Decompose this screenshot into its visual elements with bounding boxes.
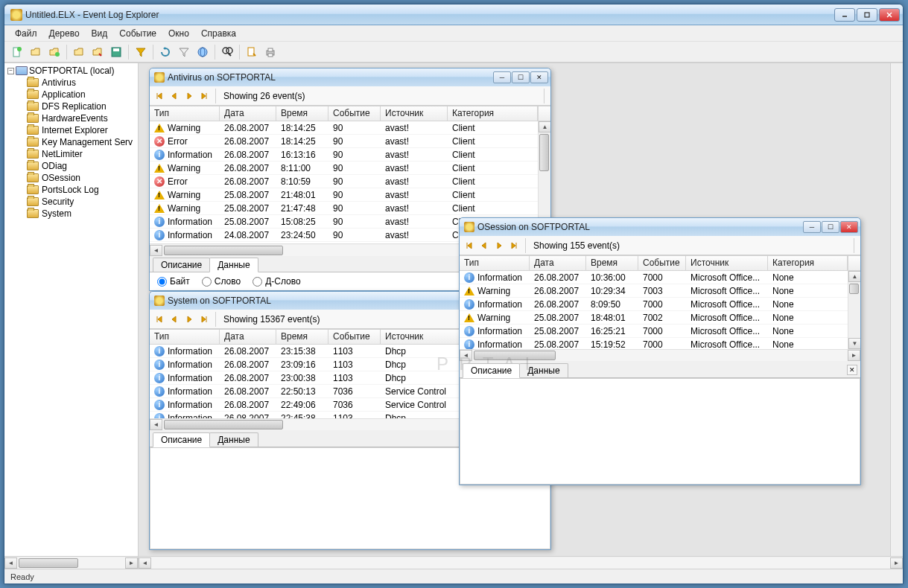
toolbar-find-icon[interactable]	[219, 44, 235, 60]
scroll-right-icon[interactable]: ►	[848, 350, 860, 361]
toolbar-refresh-icon[interactable]	[157, 44, 174, 60]
toolbar-export-icon[interactable]	[244, 44, 260, 60]
scroll-up-icon[interactable]: ▲	[848, 271, 860, 282]
table-row[interactable]: Warning26.08.200710:29:347003Microsoft O…	[460, 284, 860, 298]
toolbar-open-icon[interactable]	[28, 44, 44, 60]
tree-node[interactable]: System	[27, 208, 136, 220]
tab-close-icon[interactable]: ✕	[847, 365, 857, 375]
tree-node[interactable]: OSession	[27, 172, 136, 184]
menu-file[interactable]: Файл	[9, 27, 43, 40]
col-type[interactable]: Тип	[460, 256, 530, 270]
col-category[interactable]: Категория	[768, 256, 848, 270]
table-row[interactable]: Warning26.08.200718:14:2590avast!Client	[150, 121, 550, 135]
table-row[interactable]: iInformation26.08.200710:36:007000Micros…	[460, 271, 860, 284]
osession-titlebar[interactable]: OSession on SOFTPORTAL ─ ☐ ✕	[460, 218, 860, 236]
nav-first-icon[interactable]	[153, 313, 166, 326]
toolbar-open2-icon[interactable]	[46, 44, 63, 60]
radio-byte[interactable]: Байт	[157, 276, 190, 287]
nav-first-icon[interactable]	[463, 239, 476, 252]
col-type[interactable]: Тип	[150, 330, 220, 344]
maximize-button[interactable]	[857, 8, 877, 22]
table-row[interactable]: Warning26.08.20078:11:0090avast!Client	[150, 162, 550, 175]
nav-prev-icon[interactable]	[168, 89, 181, 103]
scroll-left-icon[interactable]: ◄	[150, 419, 162, 430]
tree-collapse-icon[interactable]: −	[7, 68, 14, 74]
tree-node[interactable]: Antivirus	[27, 77, 136, 89]
tree-node[interactable]: DFS Replication	[27, 100, 136, 112]
child-maximize-button[interactable]: ☐	[822, 221, 839, 233]
table-row[interactable]: iInformation25.08.200715:19:527000Micros…	[460, 338, 860, 349]
toolbar-folder2-icon[interactable]	[89, 44, 106, 60]
tab-data[interactable]: Данные	[209, 258, 258, 272]
menu-tree[interactable]: Дерево	[43, 27, 86, 40]
menu-view[interactable]: Вид	[86, 27, 114, 40]
nav-first-icon[interactable]	[153, 89, 166, 103]
table-row[interactable]: iInformation26.08.200716:13:1690avast!Cl…	[150, 148, 550, 162]
nav-last-icon[interactable]	[197, 313, 211, 326]
scroll-thumb[interactable]	[164, 246, 283, 255]
table-row[interactable]: Warning25.08.200721:47:4890avast!Client	[150, 202, 550, 215]
col-date[interactable]: Дата	[220, 330, 276, 344]
table-row[interactable]: Warning25.08.200721:48:0190avast!Client	[150, 188, 550, 202]
scroll-up-icon[interactable]: ▲	[539, 121, 550, 132]
col-type[interactable]: Тип	[150, 106, 220, 121]
tree-node[interactable]: Security	[27, 196, 136, 208]
nav-prev-icon[interactable]	[168, 313, 181, 326]
tree-node[interactable]: NetLimiter	[27, 148, 136, 160]
nav-next-icon[interactable]	[492, 239, 506, 252]
main-titlebar[interactable]: Untitled.ELX - Event Log Explorer	[4, 4, 903, 25]
scroll-left-icon[interactable]: ◄	[460, 350, 472, 361]
child-close-button[interactable]: ✕	[840, 221, 858, 233]
minimize-button[interactable]	[834, 8, 855, 22]
col-event[interactable]: Событие	[328, 106, 381, 121]
col-source[interactable]: Источник	[686, 256, 768, 270]
tree-node[interactable]: ODiag	[27, 160, 136, 172]
antivirus-titlebar[interactable]: Antivirus on SOFTPORTAL ─ ☐ ✕	[150, 68, 550, 86]
scroll-thumb[interactable]	[164, 420, 283, 429]
child-minimize-button[interactable]: ─	[803, 221, 821, 233]
child-minimize-button[interactable]: ─	[493, 71, 511, 83]
menu-window[interactable]: Окно	[162, 27, 195, 40]
scroll-left-icon[interactable]: ◄	[139, 557, 151, 569]
col-time[interactable]: Время	[586, 256, 638, 270]
scroll-thumb[interactable]	[474, 351, 556, 360]
tab-description[interactable]: Описание	[153, 432, 210, 447]
table-row[interactable]: iInformation26.08.20078:09:507000Microso…	[460, 298, 860, 311]
tree-hscrollbar[interactable]: ◄ ►	[4, 556, 138, 569]
nav-next-icon[interactable]	[182, 89, 196, 103]
toolbar-new-icon[interactable]	[9, 44, 25, 60]
scroll-down-icon[interactable]: ▼	[848, 338, 860, 349]
tab-data[interactable]: Данные	[209, 432, 258, 447]
nav-last-icon[interactable]	[197, 89, 211, 103]
tab-data[interactable]: Данные	[519, 363, 568, 377]
nav-next-icon[interactable]	[182, 313, 196, 326]
tree-node[interactable]: HardwareEvents	[27, 112, 136, 124]
tree-node[interactable]: PortsLock Log	[27, 184, 136, 196]
menu-help[interactable]: Справка	[195, 27, 242, 40]
toolbar-filter-icon[interactable]	[133, 44, 149, 60]
tree-root[interactable]: − SOFTPORTAL (local)	[6, 65, 136, 77]
tab-description[interactable]: Описание	[153, 258, 210, 272]
toolbar-folder-icon[interactable]	[71, 44, 87, 60]
grid-vscrollbar[interactable]: ▲ ▼	[848, 271, 860, 349]
child-maximize-button[interactable]: ☐	[512, 71, 530, 83]
scroll-left-icon[interactable]: ◄	[4, 557, 17, 569]
col-category[interactable]: Категория	[448, 106, 538, 121]
toolbar-save-icon[interactable]	[108, 44, 124, 60]
col-date[interactable]: Дата	[220, 106, 276, 121]
table-row[interactable]: ✕Error26.08.20078:10:5990avast!Client	[150, 175, 550, 188]
col-time[interactable]: Время	[276, 330, 328, 344]
scroll-left-icon[interactable]: ◄	[150, 245, 162, 256]
mdi-hscrollbar[interactable]: ◄ ►	[139, 556, 903, 569]
tree-node[interactable]: Internet Explorer	[27, 124, 136, 136]
nav-last-icon[interactable]	[507, 239, 521, 252]
mdi-vscrollbar[interactable]	[890, 63, 903, 556]
scroll-thumb[interactable]	[539, 134, 549, 171]
table-row[interactable]: iInformation25.08.200716:25:217000Micros…	[460, 325, 860, 338]
radio-word[interactable]: Слово	[202, 276, 241, 287]
tree-node[interactable]: Application	[27, 89, 136, 100]
col-time[interactable]: Время	[276, 106, 328, 121]
menu-event[interactable]: Событие	[113, 27, 162, 40]
radio-dword[interactable]: Д-Слово	[253, 276, 301, 287]
toolbar-globe-icon[interactable]	[194, 44, 211, 60]
